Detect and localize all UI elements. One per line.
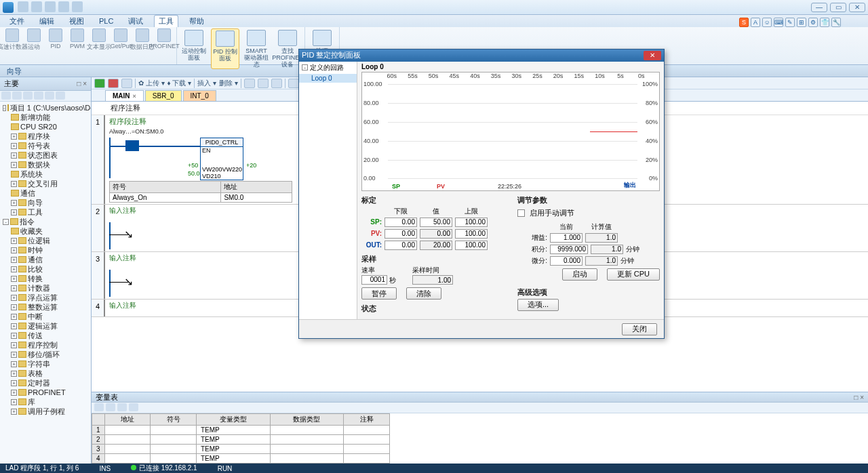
network-number: 1 xyxy=(92,115,105,204)
wiz-motion[interactable]: 运动 xyxy=(24,28,43,52)
menu-help[interactable]: 帮助 xyxy=(185,16,208,27)
pv-upper-input[interactable] xyxy=(455,229,488,239)
window-close-button[interactable]: ✕ xyxy=(849,3,865,12)
tool-icon[interactable]: ⊞ xyxy=(797,18,806,27)
sp-value-input[interactable] xyxy=(420,218,452,227)
out-upper-input[interactable] xyxy=(455,241,488,250)
gain-current[interactable] xyxy=(550,233,583,243)
trend-chart: 100.00 80.00 60.00 40.00 20.00 0.00 100%… xyxy=(361,72,660,191)
tree-toolbar[interactable] xyxy=(0,91,91,102)
tool-icon[interactable]: 🔧 xyxy=(831,18,841,27)
status-run: RUN xyxy=(218,465,233,472)
panel-smartdrive[interactable]: SMART 驱动器组态 xyxy=(242,28,271,69)
integral-current[interactable] xyxy=(550,245,588,254)
insert-dropdown[interactable]: 插入 ▾ xyxy=(197,79,216,88)
menu-debug[interactable]: 调试 xyxy=(124,16,147,27)
panel-pid[interactable]: PID 控制面板 xyxy=(211,28,239,69)
no-contact[interactable] xyxy=(125,140,139,151)
tool-icon[interactable]: ⚙ xyxy=(808,18,818,27)
tool-icon[interactable]: ☺ xyxy=(762,18,772,27)
scaling-title: 标定 xyxy=(361,195,504,205)
ribbon-group-wizards: 高速计数器 运动 PID PWM 文本显示 Get/Put 数据日志 PROFI… xyxy=(0,27,177,64)
variable-table[interactable]: 地址 符号 变量类型 数据类型 注释 1TEMP 2TEMP 3TEMP 4TE… xyxy=(92,413,390,464)
status-connection: 已连接 192.168.2.1 xyxy=(131,464,197,473)
menu-tools[interactable]: 工具 xyxy=(154,15,178,27)
menu-view[interactable]: 视图 xyxy=(65,16,88,27)
wiz-pid[interactable]: PID xyxy=(46,28,65,52)
pause-button[interactable]: 暂停 xyxy=(361,287,397,300)
tree-panel-buttons[interactable]: □ × xyxy=(77,80,87,87)
tool-icon[interactable]: 👕 xyxy=(820,18,829,27)
deriv-current[interactable] xyxy=(550,256,583,266)
menu-edit[interactable]: 编辑 xyxy=(35,16,58,27)
advanced-title: 高级选项 xyxy=(517,287,660,297)
project-tree-panel: 主要□ × -项目 1 (C:\Users\aoso\Desktop\ 新增功能… xyxy=(0,77,92,464)
deriv-calc xyxy=(585,256,618,266)
wiz-getput[interactable]: Get/Put xyxy=(111,28,130,52)
clear-button[interactable]: 清除 xyxy=(406,287,441,300)
panel-findprofinet[interactable]: 查找 PROFINET设备 xyxy=(273,28,302,69)
app-icon xyxy=(3,2,14,13)
sp-upper-input[interactable] xyxy=(455,218,488,227)
run-icon[interactable] xyxy=(94,79,105,88)
pv-value-input xyxy=(420,229,452,239)
window-maximize-button[interactable]: ▭ xyxy=(830,3,846,12)
var-table-toolbar[interactable] xyxy=(92,403,868,413)
delete-dropdown[interactable]: 删除 ▾ xyxy=(219,79,238,88)
loop-item[interactable]: Loop 0 xyxy=(299,74,357,83)
quick-access-toolbar[interactable] xyxy=(16,1,84,14)
dialog-title-bar[interactable]: PID 整定控制面板 ✕ xyxy=(299,49,664,62)
tree-panel-title: 主要□ × xyxy=(0,77,91,91)
project-tree[interactable]: -项目 1 (C:\Users\aoso\Desktop\ 新增功能 CPU S… xyxy=(0,102,91,464)
var-table-title: 变量表□ × xyxy=(92,392,868,403)
wiz-pwm[interactable]: PWM xyxy=(68,28,87,52)
function-block-pid0-ctrl[interactable]: PID0_CTRL EN VW200VW220 VD210 xyxy=(200,138,243,180)
tab-main[interactable]: MAIN× xyxy=(105,90,144,101)
right-float-toolbar: S A ☺ ⌨ ✎ ⊞ ⚙ 👕 🔧 xyxy=(739,17,841,28)
menu-plc[interactable]: PLC xyxy=(95,16,117,26)
table-row: 4TEMP xyxy=(92,454,390,464)
wiz-text[interactable]: 文本显示 xyxy=(90,28,108,52)
tab-sbr0[interactable]: SBR_0 xyxy=(145,90,182,101)
sogou-icon[interactable]: S xyxy=(739,18,749,27)
table-row: 2TEMP xyxy=(92,435,390,445)
window-minimize-button[interactable]: — xyxy=(811,3,827,12)
status-title: 状态 xyxy=(361,304,504,314)
manual-checkbox[interactable] xyxy=(517,209,525,217)
dialog-title: PID 整定控制面板 xyxy=(302,50,361,60)
gain-calc xyxy=(585,233,618,243)
integral-calc xyxy=(591,245,623,254)
table-row: 1TEMP xyxy=(92,426,390,435)
wiz-profinet[interactable]: PROFINET xyxy=(155,28,174,52)
status-position: LAD 程序段 1, 行 1, 列 6 xyxy=(5,464,79,473)
sp-lower-input[interactable] xyxy=(384,218,417,227)
rate-input[interactable] xyxy=(361,275,387,285)
out-value-input xyxy=(420,241,452,250)
wiz-hsc[interactable]: 高速计数器 xyxy=(3,28,22,52)
tab-int0[interactable]: INT_0 xyxy=(183,90,216,101)
loop-header: Loop 0 xyxy=(361,63,660,70)
symbol-info-table: 符号地址 Always_OnSM0.0 xyxy=(109,181,292,203)
tool-icon[interactable]: ⌨ xyxy=(774,18,783,27)
download-dropdown[interactable]: ♦ 下载 ▾ xyxy=(167,79,192,88)
stop-icon[interactable] xyxy=(108,79,119,88)
menu-file[interactable]: 文件 xyxy=(5,16,28,27)
table-row: 3TEMP xyxy=(92,445,390,454)
dialog-close-btn[interactable]: 关闭 xyxy=(622,323,657,335)
panel-motion[interactable]: 运动控制面板 xyxy=(180,28,208,69)
tool-icon[interactable] xyxy=(121,79,132,88)
tool-icon[interactable]: ✎ xyxy=(785,18,795,27)
out-lower-input[interactable] xyxy=(384,241,417,250)
advanced-options-button[interactable]: 选项... xyxy=(517,299,559,311)
sample-time xyxy=(412,275,453,285)
status-bar: LAD 程序段 1, 行 1, 列 6 INS 已连接 192.168.2.1 … xyxy=(0,464,868,473)
pid-tuning-dialog: PID 整定控制面板 ✕ -定义的回路 Loop 0 Loop 0 100.00… xyxy=(298,49,665,339)
tool-icon[interactable]: A xyxy=(751,18,760,27)
update-cpu-button[interactable]: 更新 CPU xyxy=(607,268,660,281)
loops-tree[interactable]: -定义的回路 Loop 0 xyxy=(299,62,357,320)
upload-dropdown[interactable]: ✿ 上传 ▾ xyxy=(138,79,165,88)
pv-lower-input[interactable] xyxy=(384,229,417,239)
start-button[interactable]: 启动 xyxy=(562,268,597,281)
sampling-title: 采样 xyxy=(361,254,504,264)
dialog-close-button[interactable]: ✕ xyxy=(644,51,661,60)
